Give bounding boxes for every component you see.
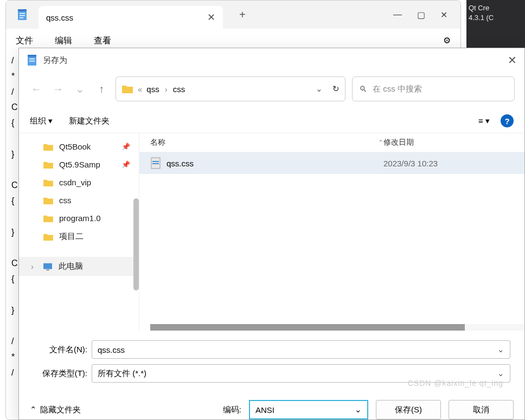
pc-icon xyxy=(42,262,53,271)
sidebar-item-label: 项目二 xyxy=(59,231,84,242)
sidebar-item-qt59samp[interactable]: Qt5.9Samp 📌 xyxy=(19,156,139,173)
svg-rect-3 xyxy=(20,15,25,16)
new-folder-button[interactable]: 新建文件夹 xyxy=(69,116,110,126)
horizontal-scrollbar[interactable] xyxy=(150,324,524,331)
file-row[interactable]: qss.css 2023/9/3 10:23 xyxy=(139,152,524,174)
search-icon: 🔍︎ xyxy=(359,85,367,94)
hide-folders-toggle[interactable]: ⌃ 隐藏文件夹 xyxy=(30,405,81,415)
chevron-down-icon[interactable]: ⌄ xyxy=(355,405,362,415)
nav-forward-icon[interactable]: → xyxy=(50,81,66,96)
svg-rect-6 xyxy=(28,55,36,57)
dialog-title: 另存为 xyxy=(43,55,67,66)
dialog-titlebar: 另存为 ✕ xyxy=(19,48,524,72)
refresh-icon[interactable]: ↻ xyxy=(332,84,340,94)
chevron-down-icon[interactable]: ⌄ xyxy=(497,369,504,378)
nav-back-icon[interactable]: ← xyxy=(29,81,44,96)
folder-icon xyxy=(43,196,54,205)
chevron-down-icon[interactable]: ⌄ xyxy=(497,345,504,354)
save-as-dialog: 另存为 ✕ ← → ⌄ ↑ « qss › css ⌄ ↻ 🔍︎ 在 css 中… xyxy=(18,48,525,420)
chevron-down-icon[interactable]: ⌄ xyxy=(316,84,323,94)
close-window-icon[interactable]: ✕ xyxy=(440,10,447,20)
svg-rect-12 xyxy=(152,161,159,162)
folder-icon xyxy=(43,143,54,151)
sidebar-item-label: 此电脑 xyxy=(59,261,83,272)
css-file-icon xyxy=(150,157,161,170)
encoding-label: 编码: xyxy=(223,405,241,415)
notepad-tabbar: qss.css ✕ + — ▢ ✕ xyxy=(6,1,460,29)
sidebar-item-project2[interactable]: 项目二 xyxy=(19,227,139,246)
svg-rect-9 xyxy=(43,263,52,269)
maximize-icon[interactable]: ▢ xyxy=(417,10,425,20)
breadcrumb-part-1[interactable]: css xyxy=(173,85,185,94)
sidebar-item-label: program1.0 xyxy=(59,214,101,223)
breadcrumb-prefix: « xyxy=(138,85,142,94)
notepad-tab[interactable]: qss.css ✕ xyxy=(39,6,223,29)
encoding-select[interactable]: ANSI ⌄ xyxy=(249,400,368,419)
column-date[interactable]: 修改日期 xyxy=(383,138,514,147)
sidebar-item-thispc[interactable]: › 此电脑 xyxy=(19,257,139,276)
svg-rect-10 xyxy=(46,269,49,270)
dialog-footer: ⌃ 隐藏文件夹 编码: ANSI ⌄ 保存(S) 取消 xyxy=(19,392,524,419)
sidebar-scrollbar[interactable] xyxy=(133,198,139,290)
sidebar-item-qt5book[interactable]: Qt5Book 📌 xyxy=(19,138,139,156)
breadcrumb-part-0[interactable]: qss xyxy=(146,85,159,94)
svg-rect-7 xyxy=(29,59,35,60)
help-icon[interactable]: ? xyxy=(501,114,514,127)
menu-file[interactable]: 文件 xyxy=(16,35,33,47)
file-name: qss.css xyxy=(167,159,194,168)
filename-input[interactable]: qss.css ⌄ xyxy=(92,340,510,359)
sidebar-item-label: csdn_vip xyxy=(59,178,91,187)
file-date: 2023/9/3 10:23 xyxy=(383,159,438,168)
sidebar-item-css[interactable]: css xyxy=(19,191,139,209)
sidebar: Qt5Book 📌 Qt5.9Samp 📌 csdn_vip css progr… xyxy=(19,133,139,331)
svg-rect-13 xyxy=(152,163,159,164)
new-tab-button[interactable]: + xyxy=(239,9,246,21)
chevron-right-icon: › xyxy=(165,85,168,94)
folder-icon xyxy=(121,84,133,94)
dialog-toolbar: 组织 ▾ 新建文件夹 ≡ ▾ ? xyxy=(19,109,524,133)
filename-label: 文件名(N): xyxy=(33,345,87,355)
bg-app-line2: 4.3.1 (C xyxy=(469,13,523,23)
bg-app-line1: Qt Cre xyxy=(469,3,523,13)
menu-view[interactable]: 查看 xyxy=(94,35,111,47)
chevron-up-icon: ⌃ xyxy=(30,405,37,415)
filetype-select[interactable]: 所有文件 (*.*) ⌄ xyxy=(92,364,510,383)
menu-edit[interactable]: 编辑 xyxy=(55,35,72,47)
notepad-file-icon xyxy=(27,54,37,67)
sidebar-item-csdnvip[interactable]: csdn_vip xyxy=(19,173,139,191)
view-mode-icon[interactable]: ≡ ▾ xyxy=(478,116,490,126)
dialog-close-icon[interactable]: ✕ xyxy=(508,54,517,67)
dialog-nav: ← → ⌄ ↑ « qss › css ⌄ ↻ 🔍︎ 在 css 中搜索 xyxy=(19,72,524,109)
sidebar-item-label: Qt5.9Samp xyxy=(59,160,100,169)
column-name[interactable]: 名称 ⌃ xyxy=(150,138,383,147)
close-icon[interactable]: ✕ xyxy=(207,11,215,23)
nav-up-icon[interactable]: ↑ xyxy=(94,81,109,96)
save-button[interactable]: 保存(S) xyxy=(376,400,441,419)
pin-icon: 📌 xyxy=(121,160,130,169)
svg-rect-1 xyxy=(18,9,27,11)
pin-icon: 📌 xyxy=(121,143,130,151)
folder-icon xyxy=(43,232,54,241)
svg-rect-2 xyxy=(20,13,25,14)
svg-rect-4 xyxy=(20,17,23,18)
search-input[interactable]: 🔍︎ 在 css 中搜索 xyxy=(352,76,515,101)
sort-asc-icon: ⌃ xyxy=(378,139,383,146)
notepad-app-icon xyxy=(17,8,28,21)
cancel-button[interactable]: 取消 xyxy=(449,400,514,419)
sidebar-item-program10[interactable]: program1.0 xyxy=(19,209,139,227)
chevron-down-icon: ▾ xyxy=(48,116,53,125)
folder-icon xyxy=(43,160,54,169)
file-pane: 名称 ⌃ 修改日期 qss.css 2023/9/3 10:23 xyxy=(139,133,524,331)
minimize-icon[interactable]: — xyxy=(393,10,402,20)
notepad-tab-title: qss.css xyxy=(46,13,73,22)
gear-icon[interactable]: ⚙ xyxy=(443,35,451,47)
organize-menu[interactable]: 组织 ▾ xyxy=(30,116,53,126)
filetype-label: 保存类型(T): xyxy=(33,369,87,379)
chevron-right-icon[interactable]: › xyxy=(31,262,34,271)
nav-history-chevron-icon[interactable]: ⌄ xyxy=(72,81,87,96)
sidebar-item-label: Qt5Book xyxy=(59,142,91,151)
search-placeholder: 在 css 中搜索 xyxy=(373,84,422,94)
folder-icon xyxy=(43,214,54,223)
svg-rect-8 xyxy=(29,61,35,62)
breadcrumb[interactable]: « qss › css ⌄ ↻ xyxy=(116,76,345,101)
